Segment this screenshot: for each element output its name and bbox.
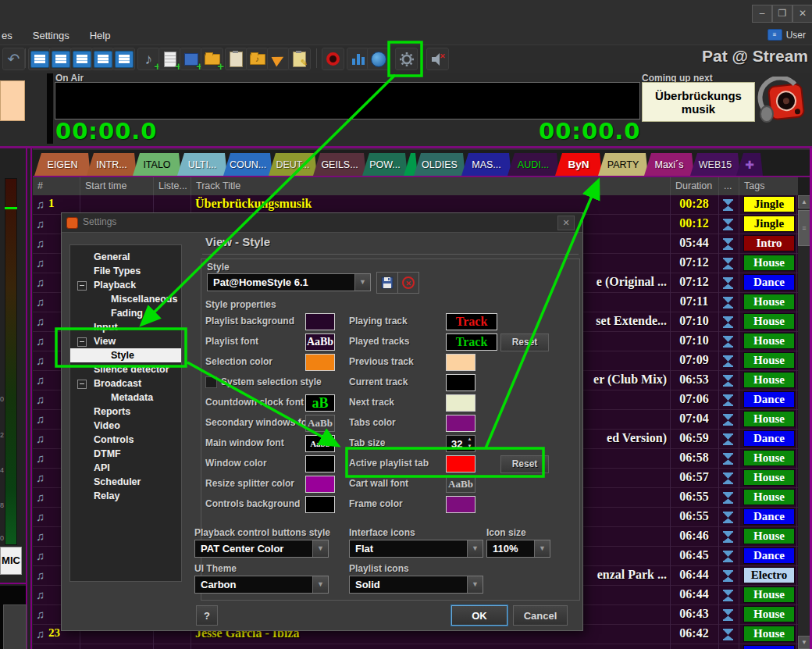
close-button[interactable]: ✕: [792, 5, 812, 23]
add-object-icon[interactable]: +: [180, 48, 202, 70]
add-playlist-icon[interactable]: +: [158, 48, 181, 70]
hourglass-icon[interactable]: [723, 414, 733, 429]
mute-icon[interactable]: ✕: [426, 48, 449, 70]
tree-item-silence-detector[interactable]: Silence detector: [70, 362, 181, 376]
tab-[interactable]: ✚: [736, 153, 763, 176]
chevron-down-icon[interactable]: ▼: [312, 540, 328, 557]
hourglass-icon[interactable]: [723, 316, 733, 331]
tree-item-style[interactable]: Style: [70, 348, 181, 362]
layout-grid-icon[interactable]: [91, 48, 114, 70]
color-swatch[interactable]: [446, 354, 475, 371]
color-swatch[interactable]: [305, 313, 335, 330]
hourglass-icon[interactable]: [723, 531, 733, 546]
hourglass-icon[interactable]: [723, 433, 733, 448]
tree-item-reports[interactable]: Reports: [70, 405, 181, 419]
stats-icon[interactable]: [347, 48, 369, 70]
column-header-liste[interactable]: Liste...: [153, 177, 191, 195]
hourglass-icon[interactable]: [723, 570, 733, 585]
color-swatch[interactable]: Track: [446, 313, 497, 330]
color-swatch[interactable]: [305, 476, 335, 493]
color-swatch[interactable]: [446, 496, 475, 513]
collapse-minus-icon[interactable]: [77, 380, 87, 389]
tree-item-scheduler[interactable]: Scheduler: [70, 475, 181, 489]
color-swatch[interactable]: aB: [305, 394, 335, 412]
hourglass-icon[interactable]: [723, 297, 733, 312]
hourglass-icon[interactable]: [723, 199, 733, 214]
hourglass-icon[interactable]: [723, 609, 733, 624]
tab-eigen[interactable]: EIGEN: [34, 153, 91, 176]
menu-es[interactable]: es: [2, 30, 12, 41]
color-swatch[interactable]: [305, 354, 335, 371]
hourglass-icon[interactable]: [723, 277, 733, 292]
add-track-icon[interactable]: ♪+: [137, 48, 160, 70]
icon-size-select[interactable]: 110%▼: [486, 540, 550, 558]
tree-item-video[interactable]: Video: [70, 419, 181, 433]
tab-ulti[interactable]: ULTI...: [177, 153, 227, 176]
tab-italo[interactable]: ITALO: [133, 153, 181, 176]
column-header-duration[interactable]: Duration: [670, 177, 718, 195]
mic-button[interactable]: MIC: [0, 547, 22, 575]
hourglass-icon[interactable]: [723, 238, 733, 253]
reset-button[interactable]: Reset: [500, 455, 549, 473]
layout-main-icon[interactable]: [49, 48, 72, 70]
tree-item-input[interactable]: Input: [70, 320, 181, 334]
tab-deut[interactable]: DEUT...: [269, 153, 317, 176]
chevron-down-icon[interactable]: ▼: [354, 274, 370, 291]
save-style-button[interactable]: [376, 272, 398, 294]
spinner-arrows-icon[interactable]: ▲▼: [465, 436, 474, 451]
tree-item-dtmf[interactable]: DTMF: [70, 447, 181, 461]
hourglass-icon[interactable]: [723, 394, 733, 409]
layout-columns-icon[interactable]: [70, 48, 93, 70]
tree-item-controls[interactable]: Controls: [70, 433, 181, 447]
tree-item-playback[interactable]: Playback: [70, 278, 181, 292]
column-header-[interactable]: #: [33, 177, 80, 195]
tab-pow[interactable]: POW...: [362, 153, 408, 176]
hourglass-icon[interactable]: [723, 551, 733, 565]
color-swatch[interactable]: Track: [446, 333, 497, 351]
tab-audi[interactable]: AUDI...: [508, 153, 559, 176]
tree-item-relay[interactable]: Relay: [70, 489, 181, 503]
minimize-button[interactable]: –: [752, 5, 772, 23]
color-swatch[interactable]: [305, 455, 335, 472]
column-header-[interactable]: ...: [718, 177, 739, 195]
tree-item-api[interactable]: API: [70, 461, 181, 475]
user-area[interactable]: ≡ User: [767, 29, 806, 41]
font-button[interactable]: AaBb: [446, 476, 475, 493]
tab-mas[interactable]: MAS...: [461, 153, 511, 176]
report-icon[interactable]: [225, 48, 248, 70]
hourglass-icon[interactable]: [723, 472, 733, 487]
scrollbar-track[interactable]: [798, 195, 810, 649]
dialog-titlebar[interactable]: Settings ✕: [62, 213, 582, 233]
edit-list-icon[interactable]: ✎: [288, 48, 311, 70]
hourglass-icon[interactable]: [723, 512, 733, 526]
tab-size-spinner[interactable]: 32▲▼: [446, 435, 475, 452]
dialog-close-icon[interactable]: ✕: [557, 216, 575, 230]
tab-web15[interactable]: WEB15: [690, 153, 740, 176]
hourglass-icon[interactable]: [723, 375, 733, 390]
tab-oldies[interactable]: OLDIES: [414, 153, 465, 176]
system-selection-style-checkbox[interactable]: [205, 376, 217, 388]
style-select[interactable]: Pat@HomeStyle 6.1 ▼: [207, 273, 371, 291]
color-swatch[interactable]: [446, 415, 475, 432]
layout-window-icon[interactable]: [112, 48, 135, 70]
settings-gear-icon[interactable]: [395, 48, 418, 70]
ok-button[interactable]: OK: [451, 605, 508, 626]
hourglass-icon[interactable]: [723, 590, 733, 604]
color-swatch[interactable]: [305, 496, 335, 513]
chevron-down-icon[interactable]: ▼: [467, 540, 483, 557]
tab-party[interactable]: PARTY: [598, 153, 648, 176]
splitter-line-1[interactable]: [26, 148, 27, 649]
scrollbar-thumb[interactable]: ≡: [798, 210, 810, 246]
table-row-partial[interactable]: ♫Dance: [33, 644, 798, 649]
collapse-minus-icon[interactable]: [77, 337, 87, 347]
scrollbar-up-button[interactable]: ▲: [798, 195, 810, 209]
hourglass-icon[interactable]: [723, 258, 733, 273]
tab-byn[interactable]: ByN: [555, 153, 602, 176]
cancel-button[interactable]: Cancel: [513, 605, 568, 626]
delete-style-button[interactable]: ✕: [397, 272, 419, 294]
tree-item-file-types[interactable]: File Types: [70, 264, 181, 278]
column-header-starttime[interactable]: Start time: [80, 177, 153, 195]
menu-help[interactable]: Help: [90, 30, 111, 41]
help-button[interactable]: ?: [196, 605, 218, 626]
record-icon[interactable]: [322, 48, 344, 70]
